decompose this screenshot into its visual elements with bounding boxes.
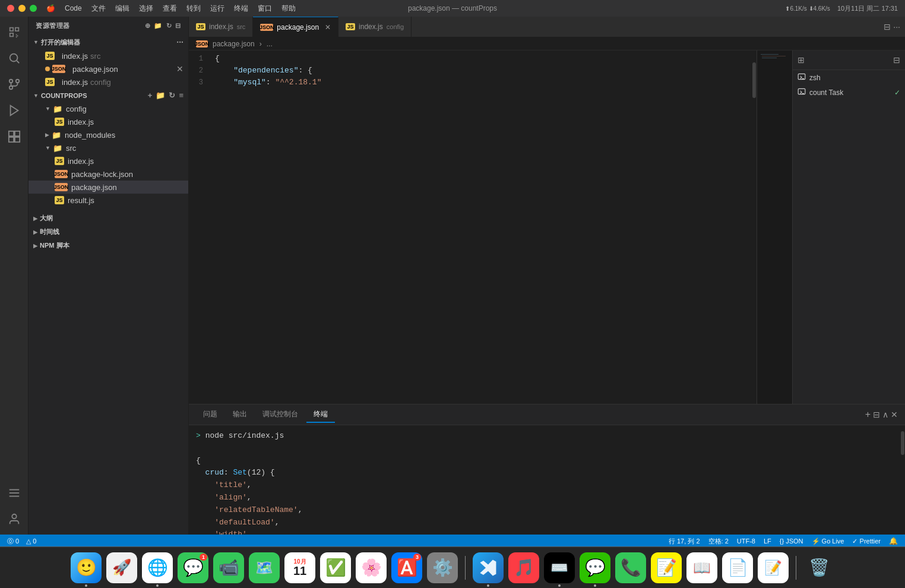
dock-reminders[interactable]: ✅ bbox=[320, 552, 351, 583]
dock-photos[interactable]: 🌸 bbox=[356, 552, 387, 583]
panel-split-icon[interactable]: ⊟ bbox=[873, 410, 880, 419]
menu-run[interactable]: 运行 bbox=[210, 4, 224, 14]
close-button[interactable] bbox=[7, 5, 14, 12]
maximize-button[interactable] bbox=[30, 5, 37, 12]
panel-add-icon[interactable]: + bbox=[865, 409, 871, 420]
dock-maps[interactable]: 🗺️ bbox=[249, 552, 280, 583]
terminal-scrollbar-thumb[interactable] bbox=[901, 431, 904, 455]
dock-settings[interactable]: ⚙️ bbox=[427, 552, 458, 583]
dock-textedit[interactable]: 📄 bbox=[722, 552, 753, 583]
menu-apple[interactable]: 🍎 bbox=[46, 4, 55, 12]
tab-close-json[interactable]: ✕ bbox=[325, 23, 331, 31]
tree-src-indexjs[interactable]: JS index.js bbox=[29, 154, 188, 167]
collapse-icon[interactable]: ⊟ bbox=[175, 22, 181, 30]
menu-help[interactable]: 帮助 bbox=[281, 4, 296, 14]
dock-wechat[interactable]: 💬 bbox=[580, 552, 610, 583]
dock-calendar[interactable]: 10月 11 bbox=[284, 552, 315, 583]
menu-window[interactable]: 窗口 bbox=[258, 4, 272, 14]
npm-section-header[interactable]: ▶ NPM 脚本 bbox=[29, 239, 188, 252]
dock-appstore[interactable]: 🅰️ 3 bbox=[391, 552, 422, 583]
status-spaces[interactable]: 空格: 2 bbox=[708, 537, 729, 546]
activity-source-control[interactable] bbox=[4, 74, 25, 95]
dock-trash[interactable]: 🗑️ bbox=[803, 552, 834, 583]
opened-file-packagejson[interactable]: JSON package.json ✕ bbox=[29, 62, 188, 75]
activity-outline[interactable] bbox=[4, 482, 25, 504]
terminal-content[interactable]: > node src/index.js { crud: Set(12) { 't… bbox=[189, 425, 900, 535]
activity-run-debug[interactable] bbox=[4, 100, 25, 121]
timeline-section-header[interactable]: ▶ 时间线 bbox=[29, 225, 188, 239]
dock-terminal[interactable]: ⌨️ bbox=[544, 552, 575, 583]
terminal-scrollbar[interactable] bbox=[900, 425, 905, 535]
status-errors[interactable]: ⓪ 0 bbox=[7, 537, 19, 546]
dock-facetime[interactable]: 📹 bbox=[213, 552, 244, 583]
panel-tab-terminal[interactable]: 终端 bbox=[306, 407, 335, 423]
tab-indexjs-config[interactable]: JS index.js config bbox=[338, 17, 412, 37]
activity-account[interactable] bbox=[4, 508, 25, 530]
split-editor-icon[interactable]: ⊟ bbox=[884, 22, 891, 31]
right-panel-split-icon[interactable]: ⊟ bbox=[893, 55, 900, 65]
menu-terminal[interactable]: 终端 bbox=[234, 4, 248, 14]
tree-package-json[interactable]: JSON package.json bbox=[29, 181, 188, 194]
scrollbar-thumb[interactable] bbox=[752, 62, 756, 98]
status-line-ending[interactable]: LF bbox=[764, 538, 771, 545]
activity-explorer[interactable] bbox=[4, 21, 25, 43]
close-tab-icon[interactable]: ✕ bbox=[176, 64, 183, 74]
dock-chrome[interactable]: 🌐 bbox=[142, 552, 173, 583]
status-notifications-icon[interactable]: 🔔 bbox=[889, 537, 898, 545]
status-language[interactable]: {} JSON bbox=[780, 538, 803, 545]
right-panel-zsh[interactable]: zsh bbox=[793, 70, 905, 85]
panel-tab-problems[interactable]: 问题 bbox=[196, 407, 224, 423]
tree-config-folder[interactable]: ▼ 📁 config bbox=[29, 102, 188, 115]
right-panel-count-task[interactable]: count Task ✓ bbox=[793, 85, 905, 100]
dock-word[interactable]: 📝 bbox=[758, 552, 789, 583]
tree-config-indexjs[interactable]: JS index.js bbox=[29, 115, 188, 128]
tab-indexjs-src[interactable]: JS index.js src bbox=[189, 17, 253, 37]
menu-code[interactable]: Code bbox=[65, 4, 82, 12]
activity-extensions[interactable] bbox=[4, 126, 25, 147]
new-file-icon[interactable]: ⊕ bbox=[145, 22, 151, 30]
panel-tab-debug-console[interactable]: 调试控制台 bbox=[255, 407, 305, 423]
editor-scrollbar[interactable] bbox=[752, 50, 757, 404]
opened-editors-options-icon[interactable]: ··· bbox=[176, 37, 183, 47]
new-folder-btn[interactable]: 📁 bbox=[156, 91, 165, 100]
tree-node-modules[interactable]: ▶ 📁 node_modules bbox=[29, 128, 188, 141]
dock-launchpad[interactable]: 🚀 bbox=[106, 552, 137, 583]
dock-vscode[interactable] bbox=[473, 552, 504, 583]
opened-file-indexjs-src[interactable]: JS index.js src bbox=[29, 49, 188, 62]
menu-edit[interactable]: 编辑 bbox=[115, 4, 129, 14]
tree-result-js[interactable]: JS result.js bbox=[29, 194, 188, 207]
status-warnings[interactable]: △ 0 bbox=[26, 538, 36, 545]
tree-package-lock[interactable]: JSON package-lock.json bbox=[29, 167, 188, 181]
dock-phone[interactable]: 📞 bbox=[615, 552, 646, 583]
more-actions-icon[interactable]: ··· bbox=[893, 22, 900, 31]
opened-editors-header[interactable]: ▼ 打开的编辑器 ··· bbox=[29, 35, 188, 49]
menu-goto[interactable]: 转到 bbox=[186, 4, 201, 14]
collapse-all-btn[interactable]: ≡ bbox=[179, 91, 183, 100]
new-file-btn[interactable]: + bbox=[148, 91, 153, 100]
breadcrumb-more[interactable]: ... bbox=[267, 40, 273, 48]
panel-close-icon[interactable]: ✕ bbox=[891, 410, 898, 419]
status-go-live[interactable]: ⚡ Go Live bbox=[812, 538, 844, 545]
menu-file[interactable]: 文件 bbox=[91, 4, 106, 14]
menu-view[interactable]: 查看 bbox=[163, 4, 177, 14]
menu-select[interactable]: 选择 bbox=[139, 4, 153, 14]
tree-src-folder[interactable]: ▼ 📁 src bbox=[29, 141, 188, 154]
project-tree-header[interactable]: ▼ COUNTPROPS + 📁 ↻ ≡ bbox=[29, 88, 188, 102]
dock-finder[interactable]: 🙂 bbox=[71, 552, 102, 583]
refresh-icon[interactable]: ↻ bbox=[166, 22, 172, 30]
breadcrumb-filename[interactable]: package.json bbox=[213, 40, 255, 48]
status-prettier[interactable]: ✓ Prettier bbox=[852, 538, 881, 545]
panel-chevron-up-icon[interactable]: ∧ bbox=[882, 410, 888, 419]
activity-search[interactable] bbox=[4, 48, 25, 69]
right-panel-layout-icon[interactable]: ⊞ bbox=[798, 55, 805, 65]
refresh-btn[interactable]: ↻ bbox=[169, 91, 175, 100]
dock-music[interactable]: 🎵 bbox=[508, 552, 539, 583]
opened-file-indexjs-config[interactable]: JS index.js config bbox=[29, 75, 188, 88]
status-encoding[interactable]: UTF-8 bbox=[737, 538, 755, 545]
code-editor[interactable]: 1 { 2 "dependencies": { 3 "mysql": "^^2.… bbox=[189, 50, 752, 404]
dock-notes[interactable]: 📝 bbox=[651, 552, 682, 583]
status-row-col[interactable]: 行 17, 列 2 bbox=[669, 537, 700, 546]
tab-packagejson[interactable]: JSON package.json ✕ bbox=[253, 17, 338, 37]
new-folder-icon[interactable]: 📁 bbox=[154, 22, 163, 30]
dock-messages[interactable]: 💬 1 bbox=[178, 552, 208, 583]
